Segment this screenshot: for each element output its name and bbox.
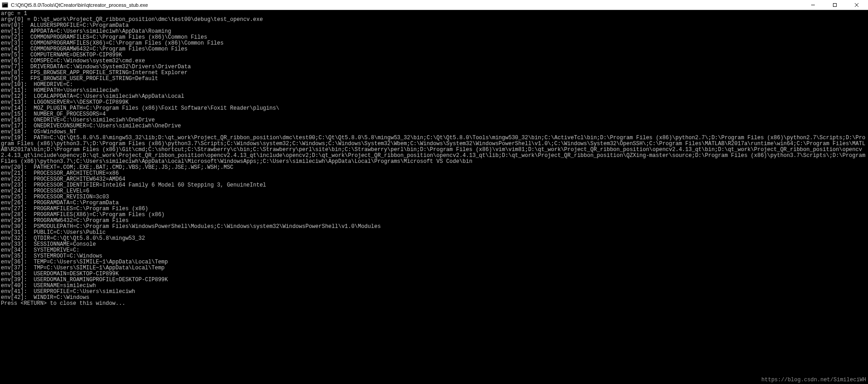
console-line: Press <RETURN> to close this window... [1, 301, 867, 307]
console-line: env[42]: WINDIR=C:\Windows [1, 295, 867, 301]
console-line: env[34]: SYSTEMDRIVE=C: [1, 248, 867, 253]
console-output[interactable]: argc = 1argv[0] = D:\qt_work\Project_QR_… [0, 10, 868, 384]
console-line: env[20]: PATHEXT=.COM;.EXE;.BAT;.CMD;.VB… [1, 165, 867, 171]
console-window: C:\Qt\Qt5.8.0\Tools\QtCreator\bin\qtcrea… [0, 0, 868, 384]
console-line: env[19]: PATH=C:\Qt\Qt5.8.0\5.8\mingw53_… [1, 135, 867, 165]
console-line: env[23]: PROCESSOR_IDENTIFIER=Intel64 Fa… [1, 182, 867, 188]
console-line: env[10]: HOMEDRIVE=C: [1, 82, 867, 88]
close-button[interactable] [850, 1, 863, 9]
console-line: env[24]: PROCESSOR_LEVEL=6 [1, 188, 867, 194]
window-controls [806, 1, 866, 9]
console-line: env[32]: QTDIR=C:\Qt\Qt5.8.0\5.8\mingw53… [1, 236, 867, 242]
maximize-button[interactable] [828, 1, 842, 9]
minimize-button[interactable] [806, 1, 820, 9]
app-icon [2, 2, 8, 8]
svg-rect-4 [833, 3, 837, 6]
console-line: env[41]: USERPROFILE=C:\Users\simileciwh [1, 289, 867, 295]
window-title: C:\Qt\Qt5.8.0\Tools\QtCreator\bin\qtcrea… [11, 2, 806, 8]
console-line: env[28]: PROGRAMFILES(X86)=C:\Program Fi… [1, 212, 867, 218]
console-line: env[30]: PSMODULEPATH=C:\Program Files\W… [1, 224, 867, 230]
console-line: env[12]: LOCALAPPDATA=C:\Users\simileciw… [1, 94, 867, 100]
console-line: env[17]: ONEDRIVECONSUMER=C:\Users\simil… [1, 123, 867, 129]
console-line: env[14]: MOZ_PLUGIN_PATH=C:\Program File… [1, 106, 867, 111]
watermark-text: https://blog.csdn.net/SimileciWH [762, 377, 866, 383]
console-line: env[37]: TMP=C:\Users\SIMILE~1\AppData\L… [1, 265, 867, 271]
console-line: env[25]: PROCESSOR_REVISION=3c03 [1, 194, 867, 200]
console-line: env[33]: SESSIONNAME=Console [1, 242, 867, 248]
svg-rect-1 [3, 3, 8, 4]
console-line: env[9]: FPS_BROWSER_USER_PROFILE_STRING=… [1, 76, 867, 82]
titlebar[interactable]: C:\Qt\Qt5.8.0\Tools\QtCreator\bin\qtcrea… [0, 0, 868, 10]
console-line: argv[0] = D:\qt_work\Project_QR_ribbon_p… [1, 17, 867, 23]
svg-rect-2 [3, 5, 5, 5]
console-line: env[21]: PROCESSOR_ARCHITECTURE=x86 [1, 171, 867, 177]
console-line: env[4]: COMMONPROGRAMW6432=C:\Program Fi… [1, 46, 867, 52]
console-line: env[39]: USERDOMAIN_ROAMINGPROFILE=DESKT… [1, 277, 867, 283]
